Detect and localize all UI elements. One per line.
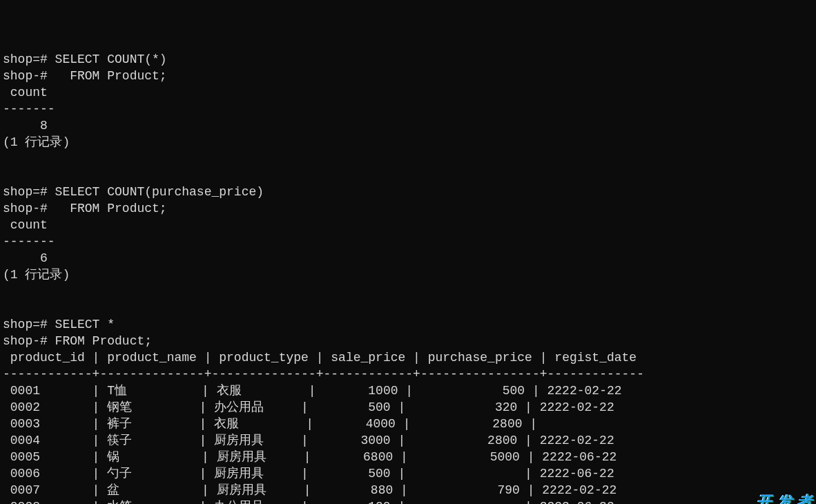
terminal-output: shop=# SELECT COUNT(*) shop-# FROM Produ… bbox=[3, 51, 813, 504]
